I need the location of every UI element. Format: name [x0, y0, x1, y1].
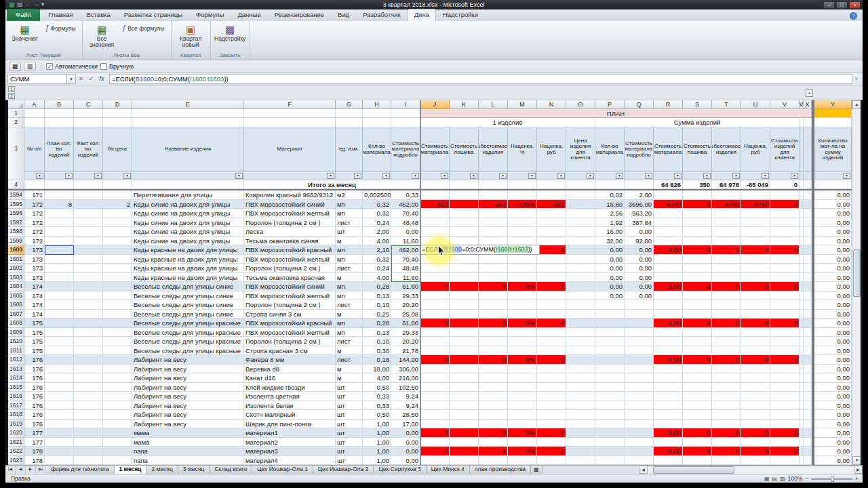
cell-G1622[interactable]: шт: [336, 447, 363, 456]
cell-J1619[interactable]: [420, 420, 450, 429]
cell-S4[interactable]: 350: [683, 180, 712, 189]
cell-M1622[interactable]: 0%: [508, 447, 537, 456]
cell-D1610[interactable]: [103, 337, 132, 346]
cell-H1612[interactable]: 0,18: [363, 355, 391, 365]
cell-A1600[interactable]: 173: [24, 245, 45, 255]
row-header-1616[interactable]: 1616: [8, 392, 24, 401]
row-header-1617[interactable]: 1617: [8, 401, 24, 411]
cell-F1616[interactable]: Изолента цветная: [244, 392, 336, 401]
cell-P1598[interactable]: 16,00: [595, 227, 625, 237]
cell-U4[interactable]: -65 049: [741, 180, 770, 189]
cell-F1602[interactable]: Поролон (толщина 2 см ): [244, 264, 336, 273]
cell-K1607[interactable]: [450, 310, 479, 319]
row-header-1607[interactable]: 1607: [8, 310, 24, 319]
cell-D1619[interactable]: [103, 420, 132, 429]
cell-R1606[interactable]: [654, 300, 683, 310]
column-header-A[interactable]: A: [24, 100, 45, 109]
cell-R1594[interactable]: [654, 190, 683, 200]
cell-T1623[interactable]: [712, 456, 741, 466]
cell-M1616[interactable]: [508, 392, 537, 401]
cell-V1595[interactable]: 0: [770, 200, 800, 209]
ribbon-tab-Вид[interactable]: Вид: [331, 9, 356, 21]
cell-C1618[interactable]: [74, 410, 103, 420]
cell-R1615[interactable]: [654, 383, 683, 392]
cell-F1621[interactable]: материал2: [244, 438, 336, 447]
cell-X1606[interactable]: [804, 300, 812, 310]
cell-P1596[interactable]: 2,56: [595, 209, 625, 218]
cell-J1610[interactable]: [420, 337, 450, 346]
cell-H1614[interactable]: 4,00: [363, 373, 391, 383]
cell-C1614[interactable]: [74, 373, 103, 383]
filter-button-K[interactable]: ▼: [470, 173, 477, 179]
cell-E1607[interactable]: Веселые следы для улицы синие: [132, 310, 244, 319]
cell-K1621[interactable]: [450, 438, 479, 447]
cell-H1623[interactable]: 1,00: [363, 456, 391, 466]
cell-D1598[interactable]: [103, 227, 132, 237]
cell-I2[interactable]: [391, 118, 420, 127]
field-header-V[interactable]: Стоимость изделий для клиента: [770, 127, 800, 172]
cell-Y1619[interactable]: 0,00: [814, 420, 852, 429]
cell-N1595[interactable]: -591: [537, 200, 566, 209]
cell-C1610[interactable]: [74, 337, 103, 346]
cell-A1597[interactable]: 172: [24, 218, 45, 228]
cell-K1601[interactable]: [450, 255, 479, 264]
cell-Q1600[interactable]: 0,00: [625, 245, 654, 255]
field-header-K[interactable]: Стоимость пошива: [450, 127, 479, 172]
cell-I1611[interactable]: 21,78: [391, 346, 420, 356]
field-header-E[interactable]: Название изделия: [132, 127, 244, 172]
cell-I1603[interactable]: 11,60: [391, 273, 420, 283]
cell-A1598[interactable]: 172: [24, 227, 45, 237]
cell-J1602[interactable]: [420, 264, 450, 273]
cell-M1615[interactable]: [508, 383, 537, 392]
auto-checkbox[interactable]: ✓ Автоматически: [46, 63, 98, 70]
cell-P1600[interactable]: 0,00: [595, 245, 625, 255]
cell-D1620[interactable]: [103, 428, 132, 438]
cell-I1618[interactable]: 28,50: [391, 410, 420, 420]
cell-B1621[interactable]: [45, 438, 74, 447]
cell-R1622[interactable]: 0,00: [654, 447, 683, 456]
cell-A1614[interactable]: 176: [24, 373, 45, 383]
row-header-1602[interactable]: 1602: [8, 264, 24, 273]
cell-N1597[interactable]: [537, 218, 566, 228]
column-header-P[interactable]: P: [595, 100, 625, 109]
cell-J1616[interactable]: [420, 392, 450, 401]
scroll-up-icon[interactable]: ▲: [852, 100, 861, 109]
cell-G1600[interactable]: мп: [336, 245, 363, 255]
cell-N1603[interactable]: [537, 273, 566, 283]
cell-S1617[interactable]: [683, 401, 712, 411]
field-header-H[interactable]: Кол-во материала: [363, 127, 391, 172]
cell-R4[interactable]: 64 626: [654, 180, 683, 189]
cell-Q1596[interactable]: 563,20: [625, 209, 654, 218]
cell-E1619[interactable]: Лабиринт на весу: [132, 420, 244, 429]
enter-icon[interactable]: ✓: [86, 74, 96, 84]
cell-E1604[interactable]: Веселые следы для улицы синие: [132, 282, 244, 291]
cell-J1594[interactable]: [420, 190, 450, 200]
ribbon-tab-Файл[interactable]: Файл: [7, 9, 40, 21]
cell-G1594[interactable]: м2: [336, 190, 363, 200]
cell-U1606[interactable]: [741, 300, 770, 310]
cell-H1596[interactable]: 0,32: [363, 209, 391, 218]
cell-D1604[interactable]: [103, 282, 132, 291]
cell-L1610[interactable]: [479, 337, 508, 346]
prev-sheet-button[interactable]: ◀: [16, 466, 26, 474]
cell-I1609[interactable]: 29,33: [391, 328, 420, 338]
cell-G1616[interactable]: шт: [336, 392, 363, 401]
cell-P1597[interactable]: 1,92: [595, 218, 625, 228]
column-header-C[interactable]: C: [74, 100, 103, 109]
ribbon-tab-Данные[interactable]: Данные: [231, 9, 267, 21]
next-sheet-button[interactable]: ▶: [26, 466, 36, 474]
sheet-tab-1[interactable]: форма для технолога: [46, 466, 115, 474]
field-header-D[interactable]: № цеха: [103, 127, 132, 172]
cell-V1614[interactable]: [770, 373, 800, 383]
cell-A1602[interactable]: 173: [24, 264, 45, 273]
cell-N1596[interactable]: [537, 209, 566, 218]
cell-U1601[interactable]: [741, 255, 770, 264]
toolbar-button-2[interactable]: ▥: [24, 62, 36, 71]
cell-S1606[interactable]: [683, 300, 712, 310]
ribbon-tab-Разметка страницы[interactable]: Разметка страницы: [117, 9, 189, 21]
column-header-S[interactable]: S: [683, 100, 712, 109]
cell-M1614[interactable]: [508, 373, 537, 383]
cell-B1596[interactable]: [45, 209, 74, 218]
cell-U1615[interactable]: [741, 383, 770, 392]
cell-P1616[interactable]: [595, 392, 625, 401]
